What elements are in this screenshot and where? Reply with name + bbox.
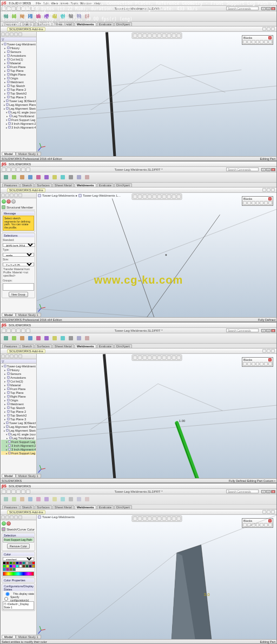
tree-item[interactable]: ▸Right Plane [1, 394, 36, 398]
color-swatch[interactable] [12, 568, 16, 571]
tree-item[interactable]: ▸Origin [1, 398, 36, 402]
tab-weldments[interactable]: Weldments [75, 183, 96, 187]
tree-root[interactable]: ▾Tower-Leg-Weldments (Default<As Machine… [1, 42, 36, 46]
pm-ok-button[interactable] [2, 199, 6, 204]
cmd-reference-ngeometry[interactable] [83, 173, 91, 181]
tab-sketch[interactable]: Sketch [20, 505, 34, 509]
tree-item[interactable]: ▸Origin [1, 76, 36, 80]
cmd-gusset[interactable] [43, 334, 50, 342]
tree-item[interactable]: ▸Top Sketch2 [1, 91, 36, 95]
tree-item[interactable]: ▾Leg A1 angle (rounded ends) (AS4345)(1) [1, 432, 36, 436]
feature-manager-panel[interactable]: ▽ ▾Tower-Leg-Weldments (Default<As Machi… [1, 32, 37, 160]
cmd-extruded-cut[interactable] [59, 173, 67, 181]
display-states-listbox[interactable]: ☐ <Default>_Display State 1 [3, 601, 34, 610]
tree-item[interactable]: ▸Tower Leg 3DSketch [1, 421, 36, 425]
tree-item[interactable]: ▸Leg Alignment Sketch [1, 106, 36, 110]
tab-sketch[interactable]: Sketch [20, 183, 34, 187]
tab-dimxpert[interactable]: DimXpert [114, 344, 132, 348]
property-manager-panel[interactable]: Sketch/Curve Color Selection Front Suppo… [1, 515, 37, 643]
tree-item[interactable]: ▸History [1, 46, 36, 50]
cmd-hole-wizard[interactable] [67, 173, 75, 181]
pm-cancel-button[interactable] [6, 199, 11, 204]
tree-item[interactable]: ▸Sensors [1, 372, 36, 375]
tree-item[interactable]: ▸Material [1, 383, 36, 387]
display-mgr-tab-icon[interactable] [18, 32, 22, 36]
tree-item[interactable]: ▾Leg A1 angle (rounded ends) (AS4345)(1) [1, 110, 36, 114]
pm-preview-button[interactable] [11, 199, 16, 204]
cmd-reference-ngeometry[interactable] [83, 495, 91, 503]
cmd-extruded-nboss-base[interactable] [27, 334, 34, 342]
type-select[interactable]: angle [3, 253, 34, 257]
property-mgr-tab-icon[interactable] [5, 32, 9, 36]
size-select[interactable]: 2 x 2 x 0.25 [3, 263, 34, 266]
standard-select[interactable]: ANSI Inch 2014 [3, 243, 35, 247]
tree-item[interactable]: ▸Leg Alignment Plane [1, 425, 36, 428]
tree-item[interactable]: ▸Material [1, 61, 36, 65]
tree-item[interactable]: ▾Front Support Leg Path [1, 118, 36, 122]
motion-study-tab[interactable]: Motion Study 1 [16, 152, 41, 156]
filter-bar[interactable]: ▽ [1, 37, 36, 42]
cmd-extruded-cut[interactable] [59, 334, 67, 342]
tree-item[interactable]: ▸History [1, 368, 36, 372]
tab-evaluate[interactable]: Evaluate [97, 183, 114, 187]
cmd-extruded-nboss-base[interactable] [27, 495, 34, 503]
tree-item[interactable]: ▸Top Sketch [1, 84, 36, 88]
config-mgr-tab-icon[interactable] [10, 32, 14, 36]
property-manager-panel[interactable]: Structural Member Message Select sketch … [1, 193, 37, 321]
feature-manager-panel[interactable]: ▽ ▾Tower-Leg-Weldments (Default<As Machi… [1, 354, 37, 482]
tab-sheet-metal[interactable]: Sheet Metal [52, 505, 74, 509]
tree-item[interactable]: ▸Top Plane 3 [1, 95, 36, 99]
tree-item[interactable]: ▸Top Plane [1, 69, 36, 72]
tree-item[interactable]: ▸3 Inch Alignment-4 [1, 125, 36, 129]
tree-item[interactable]: ▸3 Inch Alignment-2 [1, 444, 36, 447]
tab-sketch[interactable]: Sketch [20, 344, 34, 348]
tree-item[interactable]: ▸Right Plane [1, 72, 36, 76]
dimxpert-tab-icon[interactable] [14, 32, 18, 36]
cmd-extruded-cut[interactable] [59, 495, 67, 503]
tree-item[interactable]: ▸Leg Alignment Sketch [1, 428, 36, 432]
groups-listbox[interactable] [3, 283, 34, 291]
cmd--d-nsketch[interactable] [2, 495, 10, 503]
tree-item[interactable]: ▸Top Sketch [1, 406, 36, 410]
tree-item[interactable]: ▸Top Plane 2 [1, 410, 36, 413]
color-swatch[interactable] [32, 565, 35, 568]
tree-item[interactable]: ▸Sensors [1, 50, 36, 53]
tab-surfaces[interactable]: Surfaces [35, 344, 52, 348]
tree-item[interactable]: ▸3 Inch Alignment-4 [1, 447, 36, 451]
cmd-end-cap[interactable] [35, 334, 42, 342]
tree-item[interactable]: ▸Weldment [1, 80, 36, 84]
cmd-chamfer[interactable] [75, 173, 83, 181]
cmd-structural-nmember[interactable] [10, 173, 18, 181]
cmd--d-nsketch[interactable] [2, 173, 10, 181]
cmd-reference-ngeometry[interactable] [83, 334, 91, 342]
tree-item[interactable]: ▸Front Plane [1, 65, 36, 69]
tree-item[interactable]: ▸Leg Alignment Plane [1, 103, 36, 106]
cmd-end-cap[interactable] [35, 495, 42, 503]
tab-features[interactable]: Features [2, 344, 19, 348]
color-scheme-select[interactable]: standard [3, 557, 34, 561]
tree-item[interactable]: ▸Top Plane [1, 391, 36, 394]
tree-item[interactable]: ▸Tower Leg 3DSketch [1, 99, 36, 103]
color-spectrum[interactable] [3, 572, 34, 576]
tree-item[interactable]: ▸Leg Trim/Extend [1, 114, 36, 118]
tab-sheet-metal[interactable]: Sheet Metal [52, 183, 74, 187]
tab-weldments[interactable]: Weldments [75, 505, 96, 509]
cmd-trim-extend[interactable] [18, 173, 26, 181]
cmd-trim-extend[interactable] [18, 334, 26, 342]
selection-listbox[interactable]: Front Support Leg Path [3, 537, 34, 542]
tab-dimxpert[interactable]: DimXpert [114, 505, 132, 509]
tree-item[interactable]: ▾Front Support Leg Path [1, 440, 36, 444]
tab-sheet-metal[interactable]: Sheet Metal [52, 344, 74, 348]
cmd-hole-wizard[interactable] [67, 334, 75, 342]
tab-features[interactable]: Features [2, 505, 19, 509]
model-tab[interactable]: Model [2, 152, 16, 156]
tab-dimxpert[interactable]: DimXpert [114, 183, 132, 187]
specify-config-radio[interactable] [3, 597, 10, 601]
tab-evaluate[interactable]: Evaluate [97, 344, 114, 348]
pm-confirm-buttons[interactable] [2, 199, 35, 204]
cmd-chamfer[interactable] [75, 334, 83, 342]
tree-item[interactable]: ▸Top Sketch2 [1, 413, 36, 417]
bottom-tabs[interactable]: Model Motion Study 1 [2, 152, 41, 156]
tree-item[interactable]: ▸Weldment [1, 402, 36, 406]
feature-tree[interactable]: ▾Tower-Leg-Weldments (Default<As Machine… [1, 364, 36, 482]
